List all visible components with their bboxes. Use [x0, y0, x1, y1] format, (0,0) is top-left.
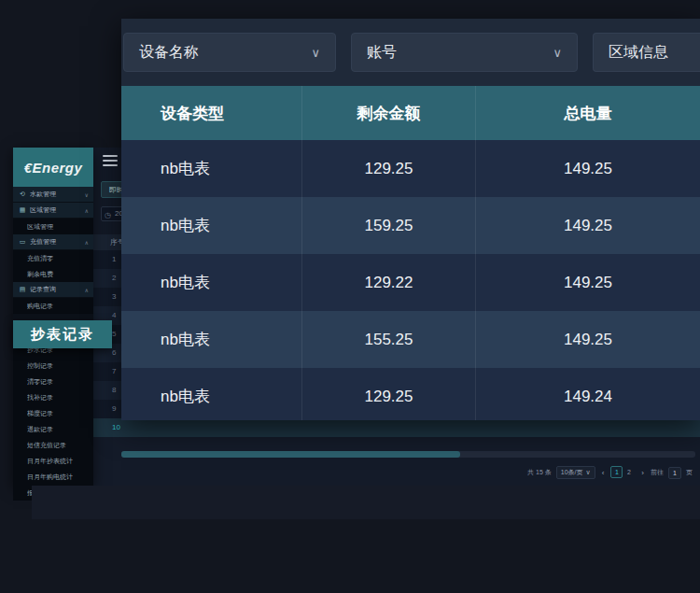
cell-total-power: 149.24: [476, 368, 700, 420]
prev-page-button[interactable]: ‹: [600, 469, 607, 477]
sidebar-item[interactable]: 退款记录: [13, 421, 93, 437]
sidebar-item-meter-reading-records-active[interactable]: 抄表记录: [13, 320, 112, 348]
sidebar-item[interactable]: 充值清零: [13, 250, 93, 266]
building-icon: ▦: [18, 206, 27, 214]
sidebar-item[interactable]: 区域管理: [13, 219, 93, 234]
card-icon: ▭: [18, 238, 27, 246]
sidebar-item-label: 退款记录: [27, 425, 89, 434]
sidebar-item-label: 区域管理: [27, 222, 89, 232]
sidebar-item-label: 购电记录: [27, 302, 89, 311]
sidebar: €Energy ⟲水款管理∨▦区域管理∧区域管理▭充值管理∧充值清零剩余电费▤记…: [13, 148, 93, 486]
cell-total-power: 149.25: [476, 197, 700, 254]
sidebar-item-label: 梯度记录: [27, 409, 89, 418]
device-name-select[interactable]: 设备名称 ∨: [123, 33, 336, 72]
sidebar-item[interactable]: ▭充值管理∧: [13, 234, 93, 250]
pagination-bar: 共 15 条 10条/页 ∨ ‹ 12 › 前往 1 页: [527, 465, 693, 480]
sidebar-item-label: 控制记录: [27, 361, 89, 371]
region-info-select[interactable]: 区域信息: [593, 33, 700, 72]
sidebar-item-label: 水款管理: [30, 190, 85, 199]
page-number-button[interactable]: 2: [623, 467, 635, 479]
hamburger-menu-icon[interactable]: [103, 155, 118, 166]
sidebar-item[interactable]: 控制记录: [13, 358, 93, 374]
next-page-button[interactable]: ›: [639, 469, 646, 477]
goto-page-input[interactable]: 1: [668, 467, 681, 479]
cell-remaining-amount: 155.25: [302, 311, 476, 368]
sidebar-item[interactable]: 找补记录: [13, 389, 93, 405]
sidebar-item[interactable]: 梯度记录: [13, 405, 93, 421]
sidebar-item[interactable]: 短信充值记录: [13, 437, 93, 453]
page-suffix-label: 页: [686, 468, 693, 477]
table-row[interactable]: nb电表155.25149.25: [121, 311, 700, 368]
chevron-up-icon: ∧: [85, 239, 89, 246]
cell-device-type: nb电表: [121, 140, 302, 197]
chevron-down-icon: ∨: [553, 46, 563, 60]
table-row[interactable]: nb电表129.25149.24: [121, 368, 700, 420]
sidebar-item-label: 区域管理: [30, 205, 85, 215]
sidebar-item-label: 记录查询: [30, 285, 85, 294]
sidebar-item-label: 短信充值记录: [27, 441, 89, 450]
column-header-total-power: 总电量: [476, 86, 700, 140]
device-table-header: 设备类型 剩余金额 总电量: [121, 86, 700, 140]
cell-remaining-amount: 129.25: [302, 140, 476, 197]
sidebar-item-label: 找补记录: [27, 393, 89, 402]
filter-row: 设备名称 ∨ 账号 ∨ 区域信息: [121, 19, 700, 86]
sidebar-item[interactable]: 购电记录: [13, 298, 93, 314]
records-icon: ▤: [18, 286, 27, 293]
page-size-select[interactable]: 10条/页 ∨: [556, 466, 595, 479]
cell-device-type: nb电表: [121, 311, 302, 368]
table-row[interactable]: nb电表159.25149.25: [121, 197, 700, 254]
cell-total-power: 149.25: [476, 311, 700, 368]
cell-remaining-amount: 129.22: [302, 254, 476, 311]
cell-remaining-amount: 159.25: [302, 197, 476, 254]
sidebar-item[interactable]: 日月年抄表统计: [13, 453, 93, 469]
pagination-total: 共 15 条: [527, 468, 552, 477]
horizontal-scrollbar-thumb[interactable]: [121, 451, 460, 458]
chevron-up-icon: ∧: [85, 207, 89, 214]
page-bottom-band: [32, 486, 700, 519]
sidebar-item[interactable]: ▦区域管理∧: [13, 203, 93, 219]
cell-total-power: 149.25: [476, 254, 700, 311]
column-header-remaining-amount: 剩余金额: [302, 86, 476, 140]
refresh-icon: ⟲: [18, 191, 27, 198]
sidebar-item[interactable]: ⟲水款管理∨: [13, 187, 93, 203]
app-logo: €Energy: [13, 148, 93, 187]
serial-table-row[interactable]: 10: [93, 418, 700, 437]
page-number-button[interactable]: 1: [610, 466, 623, 478]
cell-total-power: 149.25: [476, 140, 700, 197]
sidebar-item-label: 剩余电费: [27, 270, 89, 279]
sidebar-item[interactable]: 日月年购电统计: [13, 469, 93, 485]
cell-device-type: nb电表: [121, 254, 302, 311]
column-header-device-type: 设备类型: [121, 86, 302, 140]
sidebar-item-label: 充值清零: [27, 254, 89, 263]
table-row[interactable]: nb电表129.22149.25: [121, 254, 700, 311]
sidebar-item-label: 日月年购电统计: [27, 473, 89, 482]
sidebar-item[interactable]: 剩余电费: [13, 266, 93, 282]
horizontal-scrollbar-track[interactable]: [121, 451, 695, 458]
sidebar-item-label: 清零记录: [27, 377, 89, 387]
sidebar-item[interactable]: ▤记录查询∧: [13, 282, 93, 298]
sidebar-item-label: 日月年抄表统计: [27, 457, 89, 466]
cell-device-type: nb电表: [121, 368, 302, 420]
cell-remaining-amount: 129.25: [302, 368, 476, 420]
chevron-down-icon: ∨: [311, 46, 320, 60]
clock-icon: ◷: [105, 209, 111, 221]
goto-label: 前往: [651, 468, 664, 477]
cell-device-type: nb电表: [121, 197, 302, 254]
chevron-down-icon: ∨: [85, 191, 89, 198]
magnified-table-overlay: 设备名称 ∨ 账号 ∨ 区域信息 设备类型 剩余金额 总电量 nb电表129.2…: [121, 19, 700, 420]
account-select[interactable]: 账号 ∨: [351, 33, 578, 72]
sidebar-item[interactable]: 清零记录: [13, 374, 93, 389]
device-table: 设备类型 剩余金额 总电量 nb电表129.25149.25nb电表159.25…: [121, 86, 700, 420]
table-row[interactable]: nb电表129.25149.25: [121, 140, 700, 197]
chevron-down-icon: ∨: [586, 467, 591, 478]
sidebar-item-label: 充值管理: [30, 237, 85, 247]
chevron-up-icon: ∧: [85, 287, 89, 293]
